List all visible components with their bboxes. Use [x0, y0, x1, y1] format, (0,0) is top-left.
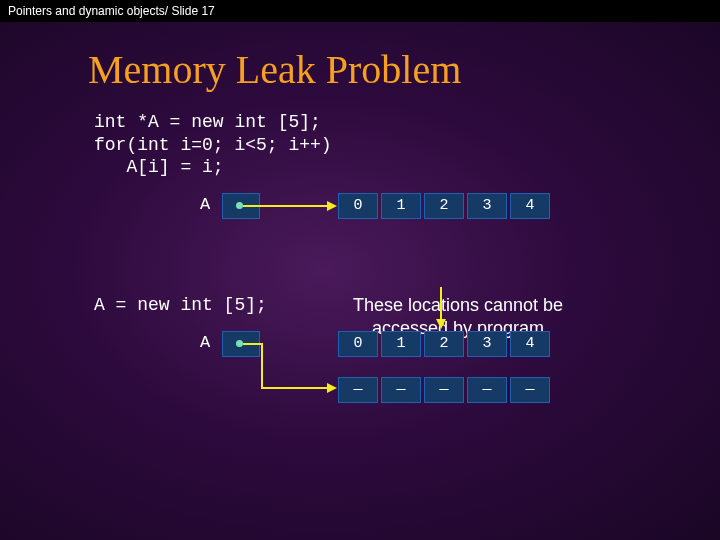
diagram-2: A 0 1 2 3 4 — — — — — — [0, 321, 720, 451]
code-line: int *A = new int [5]; — [94, 112, 321, 132]
code-block-1: int *A = new int [5]; for(int i=0; i<5; … — [94, 111, 720, 179]
cell: 2 — [424, 193, 464, 219]
cell: 1 — [381, 331, 421, 357]
pointer-label: A — [200, 333, 210, 352]
cell: 0 — [338, 331, 378, 357]
array-row-leaked: 0 1 2 3 4 — [338, 331, 550, 357]
cell: 3 — [467, 331, 507, 357]
pointer-dot-icon — [236, 202, 243, 209]
arrow-vert — [440, 287, 442, 321]
cell: 4 — [510, 331, 550, 357]
cell: — — [510, 377, 550, 403]
cell: — — [381, 377, 421, 403]
arrow-head-icon — [327, 383, 337, 393]
pointer-dot-icon — [236, 340, 243, 347]
arrow-seg — [263, 387, 327, 389]
cell: 1 — [381, 193, 421, 219]
array-row-new: — — — — — — [338, 377, 550, 403]
arrow-line — [243, 205, 327, 207]
arrow-head-icon — [327, 201, 337, 211]
diagram-1: A 0 1 2 3 4 — [0, 193, 720, 237]
cell: 3 — [467, 193, 507, 219]
header-bar: Pointers and dynamic objects/ Slide 17 — [0, 0, 720, 22]
arrow-head-down-icon — [436, 319, 446, 329]
cell: — — [338, 377, 378, 403]
cell: 4 — [510, 193, 550, 219]
cell: — — [424, 377, 464, 403]
slide-title: Memory Leak Problem — [88, 46, 720, 93]
array-row-1: 0 1 2 3 4 — [338, 193, 550, 219]
cell: 2 — [424, 331, 464, 357]
arrow-seg — [261, 343, 263, 389]
code-line: A[i] = i; — [94, 157, 224, 177]
cell: 0 — [338, 193, 378, 219]
code-line: for(int i=0; i<5; i++) — [94, 135, 332, 155]
note-line: These locations cannot be — [353, 295, 563, 315]
pointer-label: A — [200, 195, 210, 214]
arrow-seg — [243, 343, 263, 345]
cell: — — [467, 377, 507, 403]
